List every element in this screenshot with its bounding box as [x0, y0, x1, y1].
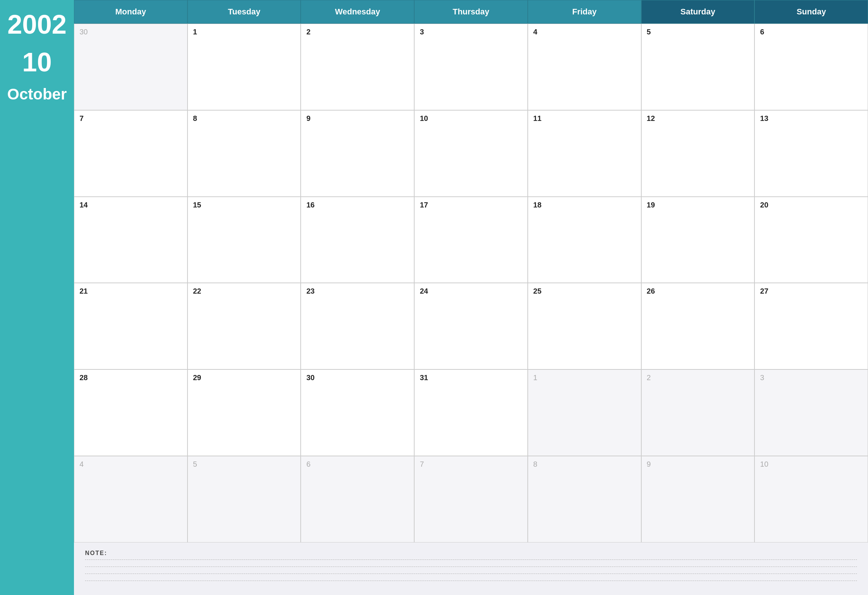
- day-cell[interactable]: 7: [74, 110, 187, 197]
- month-label: October: [7, 87, 66, 102]
- day-number: 11: [533, 114, 542, 123]
- day-cell[interactable]: 6: [301, 456, 414, 542]
- day-cell[interactable]: 2: [641, 369, 755, 456]
- day-cell[interactable]: 14: [74, 197, 187, 283]
- day-cell[interactable]: 16: [301, 197, 414, 283]
- day-number: 9: [306, 114, 310, 123]
- day-number: 6: [306, 460, 310, 468]
- day-number: 2: [306, 28, 310, 36]
- header-saturday: Saturday: [641, 0, 755, 24]
- day-number: 21: [80, 287, 88, 295]
- day-number: 30: [306, 374, 314, 382]
- week-row-2: 7 8 9 10 11 12: [74, 110, 868, 197]
- day-number: 28: [80, 374, 88, 382]
- day-cell[interactable]: 27: [754, 283, 868, 369]
- day-number: 2: [647, 374, 651, 382]
- day-cell[interactable]: 11: [528, 110, 641, 197]
- day-cell[interactable]: 29: [187, 369, 301, 456]
- day-cell[interactable]: 10: [414, 110, 528, 197]
- day-cell[interactable]: 5: [187, 456, 301, 542]
- day-cell[interactable]: 9: [641, 456, 755, 542]
- sidebar: 2002 10 October: [0, 0, 74, 595]
- day-cell[interactable]: 24: [414, 283, 528, 369]
- day-cell[interactable]: 30: [74, 24, 187, 110]
- day-cell[interactable]: 3: [414, 24, 528, 110]
- day-cell[interactable]: 23: [301, 283, 414, 369]
- day-number: 12: [647, 114, 655, 123]
- day-number: 23: [306, 287, 314, 295]
- week-number-label: 10: [22, 49, 52, 75]
- day-number: 16: [306, 201, 314, 209]
- notes-line-3: [85, 574, 857, 574]
- day-number: 19: [647, 201, 655, 209]
- day-number: 9: [647, 460, 651, 468]
- day-cell[interactable]: 6: [754, 24, 868, 110]
- day-number: 4: [80, 460, 84, 468]
- day-cell[interactable]: 26: [641, 283, 755, 369]
- day-cell[interactable]: 30: [301, 369, 414, 456]
- header-monday: Monday: [74, 0, 187, 24]
- day-cell[interactable]: 8: [528, 456, 641, 542]
- day-cell[interactable]: 7: [414, 456, 528, 542]
- day-cell[interactable]: 2: [301, 24, 414, 110]
- day-cell[interactable]: 10: [754, 456, 868, 542]
- week-row-1: 30 1 2 3 4 5: [74, 24, 868, 110]
- day-number: 6: [760, 28, 764, 36]
- day-number: 31: [420, 374, 428, 382]
- week-row-5: 28 29 30 31 1 2: [74, 369, 868, 456]
- day-cell[interactable]: 4: [74, 456, 187, 542]
- day-cell[interactable]: 31: [414, 369, 528, 456]
- day-number: 5: [193, 460, 197, 468]
- header-wednesday: Wednesday: [301, 0, 414, 24]
- day-number: 1: [533, 374, 537, 382]
- day-cell[interactable]: 21: [74, 283, 187, 369]
- day-number: 5: [647, 28, 651, 36]
- header-sunday: Sunday: [754, 0, 868, 24]
- day-number: 26: [647, 287, 655, 295]
- weeks-container: 30 1 2 3 4 5: [74, 24, 868, 542]
- notes-line-2: [85, 567, 857, 567]
- notes-label: NOTE:: [85, 550, 857, 557]
- week-row-3: 14 15 16 17 18 19: [74, 197, 868, 283]
- day-cell[interactable]: 9: [301, 110, 414, 197]
- day-cell[interactable]: 28: [74, 369, 187, 456]
- day-cell[interactable]: 1: [528, 369, 641, 456]
- day-number: 18: [533, 201, 542, 209]
- day-number: 7: [80, 114, 84, 123]
- day-number: 25: [533, 287, 542, 295]
- day-cell[interactable]: 22: [187, 283, 301, 369]
- day-number: 10: [760, 460, 768, 468]
- day-cell[interactable]: 20: [754, 197, 868, 283]
- day-cell[interactable]: 15: [187, 197, 301, 283]
- day-cell[interactable]: 12: [641, 110, 755, 197]
- day-cell[interactable]: 8: [187, 110, 301, 197]
- day-cell[interactable]: 25: [528, 283, 641, 369]
- year-label: 2002: [7, 11, 66, 38]
- day-cell[interactable]: 13: [754, 110, 868, 197]
- day-cell[interactable]: 1: [187, 24, 301, 110]
- notes-section: NOTE:: [74, 542, 868, 595]
- day-cell[interactable]: 18: [528, 197, 641, 283]
- day-number: 22: [193, 287, 201, 295]
- day-number: 10: [420, 114, 428, 123]
- day-number: 3: [420, 28, 424, 36]
- day-cell[interactable]: 19: [641, 197, 755, 283]
- calendar-header: Monday Tuesday Wednesday Thursday Friday…: [74, 0, 868, 24]
- day-number: 8: [193, 114, 197, 123]
- day-number: 29: [193, 374, 201, 382]
- day-number: 8: [533, 460, 537, 468]
- calendar-wrapper: 2002 10 October Monday Tuesday Wednesday…: [0, 0, 868, 595]
- day-number: 17: [420, 201, 428, 209]
- day-number: 24: [420, 287, 428, 295]
- day-cell[interactable]: 17: [414, 197, 528, 283]
- day-cell[interactable]: 5: [641, 24, 755, 110]
- week-row-6: 4 5 6 7 8 9: [74, 456, 868, 542]
- day-cell[interactable]: 3: [754, 369, 868, 456]
- header-thursday: Thursday: [414, 0, 528, 24]
- day-number: 30: [80, 28, 88, 36]
- day-cell[interactable]: 4: [528, 24, 641, 110]
- calendar-grid: Monday Tuesday Wednesday Thursday Friday…: [74, 0, 868, 542]
- header-friday: Friday: [528, 0, 641, 24]
- day-number: 20: [760, 201, 768, 209]
- day-number: 14: [80, 201, 88, 209]
